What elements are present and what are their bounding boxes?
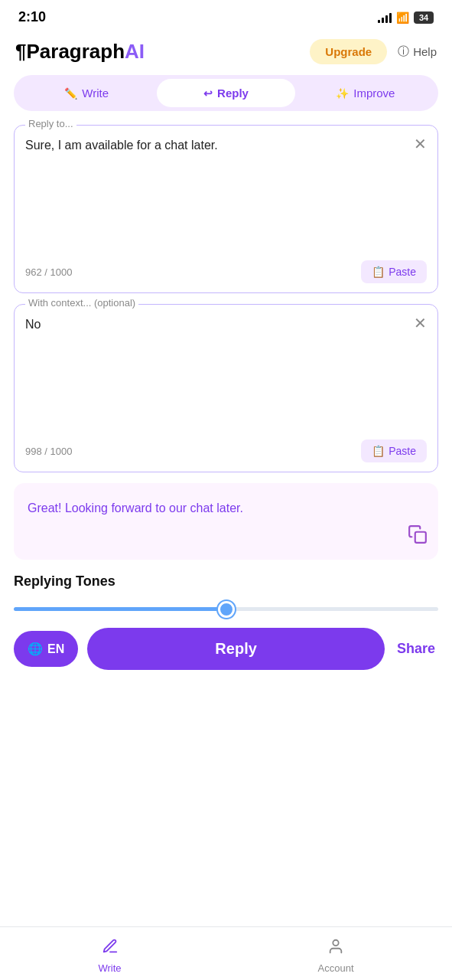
- tones-title: Replying Tones: [14, 573, 438, 590]
- help-circle-icon: ⓘ: [398, 44, 409, 59]
- action-bar: 🌐 EN Reply Share: [14, 628, 438, 670]
- nav-account[interactable]: Account: [295, 938, 377, 974]
- tab-improve[interactable]: ✨ Improve: [297, 79, 434, 107]
- copy-icon: [408, 524, 428, 544]
- nav-write-label: Write: [98, 962, 121, 974]
- status-icons: 📶 34: [378, 11, 434, 24]
- tabs-container: ✏️ Write ↩ Reply ✨ Improve: [14, 75, 438, 111]
- share-button[interactable]: Share: [394, 630, 438, 668]
- tone-slider[interactable]: [14, 607, 438, 611]
- result-text: Great! Looking forward to our chat later…: [28, 498, 424, 518]
- reply-to-paste-label: Paste: [389, 266, 416, 278]
- signal-icon: [378, 12, 392, 23]
- reply-to-input[interactable]: Sure, I am available for a chat later.: [25, 136, 427, 251]
- context-label: With context... (optional): [25, 297, 138, 309]
- copy-button[interactable]: [408, 524, 428, 549]
- help-label: Help: [413, 45, 437, 58]
- status-time: 2:10: [18, 9, 46, 25]
- result-box: Great! Looking forward to our chat later…: [14, 483, 438, 560]
- paste-icon: 📋: [372, 266, 385, 278]
- reply-tab-icon: ↩: [203, 87, 213, 100]
- lang-label: EN: [47, 642, 64, 656]
- context-clear-button[interactable]: ✕: [414, 315, 427, 331]
- context-paste-label: Paste: [389, 445, 416, 457]
- bottom-nav: Write Account: [0, 926, 452, 980]
- reply-to-section: Reply to... ✕ Sure, I am available for a…: [14, 125, 438, 293]
- context-input[interactable]: No: [25, 315, 427, 430]
- reply-button[interactable]: Reply: [87, 628, 385, 670]
- nav-account-label: Account: [318, 962, 354, 974]
- logo-purple-part: AI: [125, 40, 145, 63]
- reply-to-paste-button[interactable]: 📋 Paste: [361, 260, 427, 283]
- status-bar: 2:10 📶 34: [0, 0, 452, 31]
- app-logo: ¶ParagraphAI: [15, 40, 145, 64]
- wifi-icon: 📶: [396, 11, 409, 24]
- header-actions: Upgrade ⓘ Help: [310, 39, 437, 64]
- reply-to-footer: 962 / 1000 📋 Paste: [25, 260, 427, 283]
- tone-slider-container: [14, 600, 438, 614]
- logo-black-part: ¶Paragraph: [15, 40, 125, 63]
- tab-reply[interactable]: ↩ Reply: [157, 79, 294, 107]
- svg-point-1: [333, 940, 338, 946]
- write-nav-icon: [102, 938, 119, 959]
- tab-reply-label: Reply: [217, 87, 249, 100]
- globe-icon: 🌐: [28, 642, 43, 656]
- nav-write[interactable]: Write: [75, 938, 144, 974]
- header: ¶ParagraphAI Upgrade ⓘ Help: [0, 31, 452, 75]
- tab-write-label: Write: [82, 87, 109, 100]
- reply-to-char-count: 962 / 1000: [25, 266, 72, 278]
- svg-rect-0: [415, 532, 426, 543]
- tones-section: Replying Tones: [14, 573, 438, 614]
- battery-indicator: 34: [414, 11, 434, 24]
- write-tab-icon: ✏️: [64, 87, 77, 100]
- reply-to-label: Reply to...: [25, 118, 76, 129]
- context-paste-icon: 📋: [372, 445, 385, 457]
- language-button[interactable]: 🌐 EN: [14, 631, 78, 667]
- tab-improve-label: Improve: [353, 87, 395, 100]
- improve-tab-icon: ✨: [336, 87, 349, 100]
- context-section: With context... (optional) ✕ No 998 / 10…: [14, 304, 438, 472]
- help-button[interactable]: ⓘ Help: [398, 44, 437, 59]
- context-footer: 998 / 1000 📋 Paste: [25, 439, 427, 462]
- upgrade-button[interactable]: Upgrade: [310, 39, 387, 64]
- main-content: ✏️ Write ↩ Reply ✨ Improve Reply to... ✕…: [0, 75, 452, 792]
- context-char-count: 998 / 1000: [25, 446, 72, 457]
- tab-write[interactable]: ✏️ Write: [18, 79, 155, 107]
- reply-to-clear-button[interactable]: ✕: [414, 136, 427, 152]
- context-paste-button[interactable]: 📋 Paste: [361, 439, 427, 462]
- account-nav-icon: [327, 938, 344, 959]
